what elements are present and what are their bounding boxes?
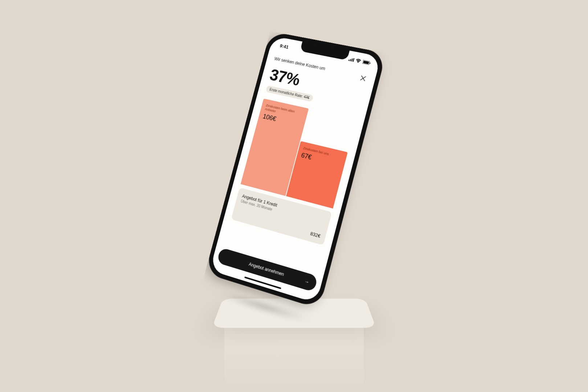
status-time: 9:41 [279, 43, 289, 50]
svg-rect-1 [350, 59, 351, 61]
bar-new-value: 67€ [300, 151, 341, 168]
scene: 9:41 Wir senken deine Kosten um 37% [0, 0, 588, 392]
cost-comparison-chart: Zinskosten beim alten Anbieter 106€ Zins… [241, 99, 356, 209]
svg-rect-5 [363, 60, 369, 64]
pedestal-front [224, 319, 364, 392]
phone-mockup: 9:41 Wir senken deine Kosten um 37% [202, 25, 386, 305]
chip-strike-value: 47€ [303, 95, 310, 100]
close-button[interactable] [358, 73, 368, 83]
offer-amount: 832€ [237, 211, 321, 239]
arrow-right-icon: → [304, 278, 310, 285]
svg-rect-6 [369, 62, 371, 64]
offer-card[interactable]: Angebot für 1 Kredit Über max. 20 Monate… [231, 188, 332, 245]
bar-new-label: Zinskosten bei uns [303, 146, 343, 159]
battery-icon [362, 60, 371, 65]
